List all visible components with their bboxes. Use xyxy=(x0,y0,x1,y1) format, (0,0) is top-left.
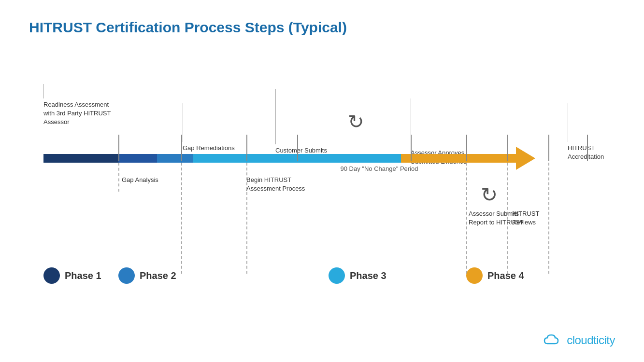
tick-3 xyxy=(246,135,247,161)
phase3-label: Phase 3 xyxy=(329,267,386,284)
tick-6 xyxy=(466,135,467,161)
page-title: HITRUST Certification Process Steps (Typ… xyxy=(29,19,615,36)
label-hitrust-accreditation: HITRUST Accreditation xyxy=(568,103,615,161)
label-gap-remediations: Gap Remediations xyxy=(183,103,235,153)
label-customer-submits: Customer Submits Evidence to Assessor xyxy=(275,89,338,164)
tick-4 xyxy=(297,135,298,161)
tick-down-1 xyxy=(118,163,119,192)
refresh-icon-2: ↻ xyxy=(481,183,498,207)
label-90day: 90 Day "No Change" Period xyxy=(297,165,461,172)
phase3-dot xyxy=(329,267,345,284)
tick-2 xyxy=(181,135,182,161)
phase4-dot xyxy=(466,267,483,284)
label-begin-hitrust: Begin HITRUST Assessment Process xyxy=(246,176,309,193)
bar-seg5 xyxy=(401,154,440,163)
bar-seg3 xyxy=(157,154,193,163)
phase1-label: Phase 1 xyxy=(43,267,101,284)
page: HITRUST Certification Process Steps (Typ… xyxy=(0,0,644,362)
bar-seg7 xyxy=(478,154,517,163)
cloudticity-logo-icon xyxy=(544,333,563,348)
tick-1 xyxy=(118,135,119,161)
tick-down-6 xyxy=(466,163,467,274)
phase2-label: Phase 2 xyxy=(118,267,176,284)
bar-seg6 xyxy=(440,154,478,163)
bar-seg1 xyxy=(43,154,118,163)
label-readiness: Readiness Assessment with 3rd Party HITR… xyxy=(43,84,111,127)
tick-down-2 xyxy=(181,163,182,274)
tick-5 xyxy=(411,135,412,161)
refresh-icon-1: ↻ xyxy=(348,111,364,133)
tick-9 xyxy=(587,135,588,161)
tick-8 xyxy=(548,135,549,161)
timeline-bar xyxy=(43,154,576,163)
label-hitrust-reviews: HITRUST Reviews xyxy=(512,209,560,227)
phase2-dot xyxy=(118,267,135,284)
label-gap-analysis: Gap Analysis xyxy=(122,176,158,184)
diagram-area: Readiness Assessment with 3rd Party HITR… xyxy=(29,60,615,330)
phase4-label: Phase 4 xyxy=(466,267,524,284)
phase1-dot xyxy=(43,267,60,284)
logo-area: cloudticity xyxy=(544,333,615,348)
tick-7 xyxy=(507,135,508,161)
logo-text: cloudticity xyxy=(567,334,615,347)
timeline-arrow xyxy=(516,147,535,170)
bar-seg2 xyxy=(118,154,157,163)
